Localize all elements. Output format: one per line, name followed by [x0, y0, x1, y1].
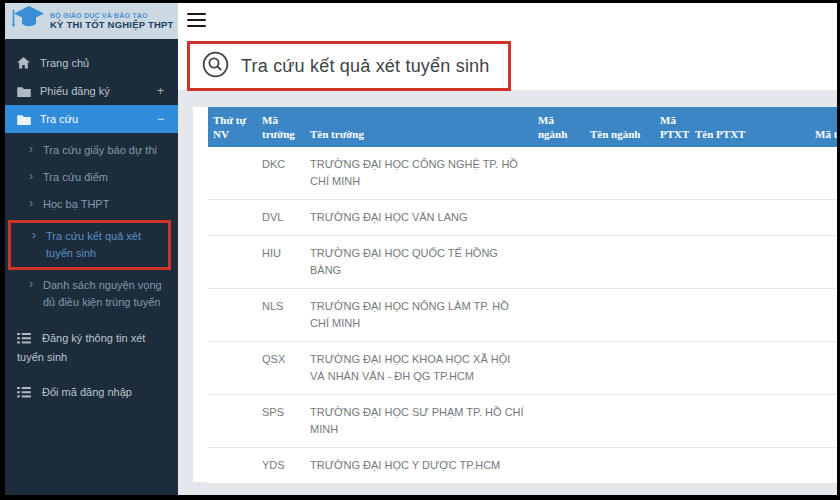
chevron-right-icon: ›	[29, 276, 33, 293]
list-icon	[17, 332, 33, 349]
school-code: YDS	[257, 448, 305, 484]
school-name: TRƯỜNG ĐẠI HỌC Y DƯỢC TP.HCM	[305, 448, 533, 484]
sidebar-subitem-label: Tra cứu kết quả xét tuyển sinh	[46, 230, 141, 259]
graduation-cap-icon	[11, 4, 45, 38]
sidebar-item-dang-ky-thong-tin[interactable]: Đăng ký thông tin xét tuyển sinh	[5, 324, 178, 372]
hamburger-menu-icon[interactable]	[187, 8, 211, 32]
col-ten-truong: Tên trường	[305, 107, 533, 147]
tra-cuu-submenu: › Tra cứu giấy báo dự thi › Tra cứu điểm…	[5, 133, 178, 318]
sidebar-subitem-tra-cuu-diem[interactable]: › Tra cứu điểm	[5, 164, 178, 191]
logo-text: BỘ GIÁO DỤC VÀ ĐÀO TẠO KỲ THI TỐT NGHIỆP…	[50, 12, 174, 31]
sidebar-item-trang-chu[interactable]: Trang chủ	[5, 49, 178, 77]
logo-bar: BỘ GIÁO DỤC VÀ ĐÀO TẠO KỲ THI TỐT NGHIỆP…	[5, 3, 178, 39]
sidebar-item-doi-ma-dang-nhap[interactable]: Đổi mã đăng nhập	[5, 378, 178, 409]
chevron-right-icon: ›	[29, 195, 33, 212]
chevron-right-icon: ›	[29, 141, 33, 158]
sidebar-subitem-danh-sach-nguyen-vong[interactable]: › Danh sách nguyện vọng đủ điều kiện trú…	[5, 272, 178, 316]
sidebar-subitem-label: Tra cứu điểm	[43, 171, 108, 183]
school-name: TRƯỜNG ĐẠI HỌC CÔNG NGHỆ TP. HỒ CHÍ MINH	[305, 147, 533, 200]
school-code: SPS	[257, 395, 305, 448]
table-row: HIU TRƯỜNG ĐẠI HỌC QUỐC TẾ HỒNG BÀNG	[208, 236, 837, 289]
col-ma-to-hop: Mã tổ hợp	[810, 107, 837, 147]
page-title-box: Tra cứu kết quả xét tuyển sinh	[187, 41, 511, 91]
school-name: TRƯỜNG ĐẠI HỌC SƯ PHẠM TP. HỒ CHÍ MINH	[305, 395, 533, 448]
admission-results-table: Thứ tự NV Mã trường Tên trường Mã ngành …	[208, 107, 837, 484]
sidebar-subitem-ket-qua-xet-tuyen-sinh[interactable]: › Tra cứu kết quả xét tuyển sinh	[8, 220, 171, 270]
logo-line2: KỲ THI TỐT NGHIỆP THPT	[50, 20, 174, 31]
sidebar-item-phieu-dang-ky[interactable]: Phiếu đăng ký +	[5, 77, 178, 105]
sidebar-item-label: Trang chủ	[40, 57, 89, 69]
search-icon	[202, 51, 229, 82]
sidebar-item-label: Đổi mã đăng nhập	[42, 386, 132, 398]
main-area: Tra cứu kết quả xét tuyển sinh Thứ tự NV…	[178, 3, 837, 495]
school-code: QSX	[257, 342, 305, 395]
topbar: Tra cứu kết quả xét tuyển sinh	[178, 3, 837, 90]
school-code: DKC	[257, 147, 305, 200]
page-title: Tra cứu kết quả xét tuyển sinh	[241, 56, 490, 77]
sidebar-item-label: Phiếu đăng ký	[40, 85, 110, 97]
col-ten-nganh: Tên ngành	[585, 107, 655, 147]
school-code: NLS	[257, 289, 305, 342]
school-code: HIU	[257, 236, 305, 289]
col-thu-tu-nv: Thứ tự NV	[208, 107, 257, 147]
folder-icon	[17, 79, 32, 107]
table-row: DVL TRƯỜNG ĐẠI HỌC VĂN LANG	[208, 200, 837, 236]
table-row: NLS TRƯỜNG ĐẠI HỌC NÔNG LÂM TP. HỒ CHÍ M…	[208, 289, 837, 342]
school-name: TRƯỜNG ĐẠI HỌC VĂN LANG	[305, 200, 533, 236]
expand-plus-icon[interactable]: +	[157, 77, 164, 105]
sidebar-subitem-giay-bao-du-thi[interactable]: › Tra cứu giấy báo dự thi	[5, 137, 178, 164]
table-row: SPS TRƯỜNG ĐẠI HỌC SƯ PHẠM TP. HỒ CHÍ MI…	[208, 395, 837, 448]
results-card: Thứ tự NV Mã trường Tên trường Mã ngành …	[193, 107, 837, 482]
list-icon	[17, 386, 33, 403]
folder-icon	[17, 107, 32, 135]
school-name: TRƯỜNG ĐẠI HỌC QUỐC TẾ HỒNG BÀNG	[305, 236, 533, 289]
sidebar-item-label: Tra cứu	[40, 113, 78, 125]
school-name: TRƯỜNG ĐẠI HỌC KHOA HỌC XÃ HỘI VÀ NHÂN V…	[305, 342, 533, 395]
sidebar: BỘ GIÁO DỤC VÀ ĐÀO TẠO KỲ THI TỐT NGHIỆP…	[5, 3, 178, 495]
sidebar-subitem-label: Tra cứu giấy báo dự thi	[43, 144, 157, 156]
table-row: QSX TRƯỜNG ĐẠI HỌC KHOA HỌC XÃ HỘI VÀ NH…	[208, 342, 837, 395]
sidebar-subitem-label: Danh sách nguyện vọng đủ điều kiện trúng…	[43, 279, 162, 308]
col-ten-ptxt: Tên PTXT	[690, 107, 810, 147]
sidebar-item-label: Đăng ký thông tin xét tuyển sinh	[17, 332, 145, 363]
table-row: DKC TRƯỜNG ĐẠI HỌC CÔNG NGHỆ TP. HỒ CHÍ …	[208, 147, 837, 200]
collapse-minus-icon[interactable]: −	[157, 105, 164, 133]
app-window: BỘ GIÁO DỤC VÀ ĐÀO TẠO KỲ THI TỐT NGHIỆP…	[5, 3, 837, 495]
chevron-right-icon: ›	[32, 227, 36, 244]
sidebar-subitem-hoc-ba-thpt[interactable]: › Học bạ THPT	[5, 191, 178, 218]
sidebar-nav: Trang chủ Phiếu đăng ký + Tra cứu −	[5, 39, 178, 409]
col-ma-nganh: Mã ngành	[533, 107, 585, 147]
col-ma-ptxt: Mã PTXT	[655, 107, 690, 147]
sidebar-item-tra-cuu[interactable]: Tra cứu −	[5, 105, 178, 133]
home-icon	[17, 51, 32, 79]
school-code: DVL	[257, 200, 305, 236]
table-row: YDS TRƯỜNG ĐẠI HỌC Y DƯỢC TP.HCM	[208, 448, 837, 484]
col-ma-truong: Mã trường	[257, 107, 305, 147]
sidebar-subitem-label: Học bạ THPT	[43, 198, 109, 210]
table-header-row: Thứ tự NV Mã trường Tên trường Mã ngành …	[208, 107, 837, 147]
chevron-right-icon: ›	[29, 168, 33, 185]
school-name: TRƯỜNG ĐẠI HỌC NÔNG LÂM TP. HỒ CHÍ MINH	[305, 289, 533, 342]
